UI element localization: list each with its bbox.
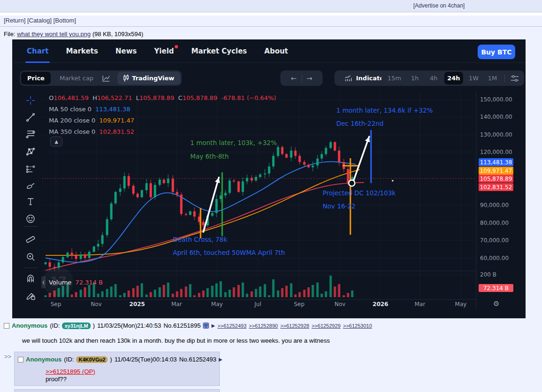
marketcap-toggle-option[interactable]: Market cap <box>54 72 100 85</box>
timeframe-selector: 15m1h4h24h1W1M <box>381 70 524 86</box>
line-chart-icon[interactable] <box>98 72 115 85</box>
reply-side-arrows: >> <box>4 353 11 360</box>
poster-device-icon <box>203 323 209 329</box>
price-toggle-option[interactable]: Price <box>21 72 51 85</box>
tab-yield[interactable]: Yield <box>154 47 174 55</box>
return-link[interactable]: [Return] <box>4 17 25 24</box>
tradingview-toggle-option[interactable]: TradingView <box>117 72 180 85</box>
x-axis-label: Nov <box>334 301 345 307</box>
buy-btc-button[interactable]: Buy BTC <box>478 45 515 59</box>
y-axis-label: 90,000.00 <box>480 202 509 208</box>
zoom-in-tool-icon[interactable] <box>24 251 37 263</box>
magnet-tool-icon[interactable] <box>24 273 37 285</box>
chart-annotation: April 6th, touched 50WMA April 7th <box>173 249 285 256</box>
file-info: File: what they wont tell you.png (98 KB… <box>4 31 143 38</box>
x-axis-label: Mar <box>415 301 426 307</box>
timeframe-15m[interactable]: 15m <box>385 72 404 85</box>
banner-gap <box>0 13 542 15</box>
x-axis-label: 2025 <box>129 301 145 307</box>
price-badge: 72.314 B <box>479 284 513 292</box>
chart-annotation: May 6th-8th <box>190 153 229 160</box>
timeframe-1W[interactable]: 1W <box>466 72 482 85</box>
file-link[interactable]: what they wont tell you.png <box>17 31 91 38</box>
notification-dot <box>175 45 178 48</box>
reply-post: Anonymous (ID: K4K0VGu2 ) 11/04/25(Tue)0… <box>14 352 220 386</box>
op-backlink[interactable]: >>61253010 <box>343 323 372 329</box>
timeframe-1M[interactable]: 1M <box>485 72 501 85</box>
tab-news[interactable]: News <box>116 47 137 55</box>
trendline-tool-icon[interactable] <box>24 111 37 123</box>
tab-about[interactable]: About <box>264 47 288 55</box>
op-id-close: ) <box>93 322 95 329</box>
reply-quotelink[interactable]: >>61251895 (OP) <box>46 368 95 375</box>
y-axis-label: 140,000.00 <box>480 114 512 120</box>
x-axis-label: May <box>211 301 223 307</box>
timeframe-24h[interactable]: 24h <box>444 72 463 85</box>
op-timestamp: 11/03/25(Mon)21:40:53 <box>97 322 161 329</box>
file-meta: (98 KB, 1093x594) <box>93 31 143 38</box>
lock-drawings-tool-icon[interactable] <box>24 290 37 302</box>
forward-arrow-icon[interactable]: → <box>307 74 313 83</box>
advertise-link[interactable]: [Advertise on 4chan] <box>413 2 465 9</box>
crosshair-tool-icon[interactable] <box>24 94 37 107</box>
candlestick-icon <box>124 75 129 82</box>
y-axis-label: 200 B <box>480 271 496 278</box>
reply-timestamp: 11/04/25(Tue)00:14:03 <box>115 356 177 363</box>
y-axis-label: 150,000.00 <box>480 96 512 103</box>
op-backlink[interactable]: >>61252929 <box>311 323 341 329</box>
chart-site-nav: ChartMarketsNewsYieldMarket CyclesAbout … <box>12 39 526 63</box>
fib-retracement-tool-icon[interactable] <box>24 128 37 140</box>
bottom-link[interactable]: [Bottom] <box>54 17 76 24</box>
timeframe-4h[interactable]: 4h <box>426 72 441 85</box>
reply-post-menu-arrow[interactable]: ▶ <box>219 357 223 362</box>
y-axis-label: 60,000.00 <box>480 255 509 261</box>
price-badge: 109,971.47 <box>479 167 513 175</box>
indicators-icon <box>345 75 352 81</box>
divider <box>0 26 542 27</box>
op-backlink[interactable]: >>61252493 <box>217 323 247 329</box>
x-axis-label: 2026 <box>372 301 388 307</box>
op-post-header: Anonymous (ID: xy31njLM ) 11/03/25(Mon)2… <box>4 322 372 329</box>
catalog-link[interactable]: [Catalog] <box>27 17 52 24</box>
chart-annotation: Nov 16-22 <box>323 202 356 210</box>
brush-tool-icon[interactable] <box>24 179 37 192</box>
op-id-label: (ID: <box>50 322 60 329</box>
thread-nav-links: [Return] [Catalog] [Bottom] <box>4 17 76 24</box>
reply-checkbox[interactable] <box>18 357 23 362</box>
chart-annotation: Death Cross, 78k <box>173 236 227 243</box>
divider <box>504 75 505 82</box>
xabcd-pattern-tool-icon[interactable] <box>24 146 37 158</box>
next-post-partial <box>14 389 220 392</box>
ruler-tool-icon[interactable] <box>24 232 37 244</box>
chart-type-toggle: TradingView <box>96 70 182 86</box>
timeframe-1h[interactable]: 1h <box>407 72 423 85</box>
tab-markets[interactable]: Markets <box>66 47 98 55</box>
op-backlink[interactable]: >>61252890 <box>249 323 278 329</box>
reply-comment: proof?? <box>46 376 67 383</box>
reply-post-number[interactable]: No.61252493 <box>179 356 216 363</box>
emoji-tool-icon[interactable] <box>24 213 37 225</box>
projection-tool-icon[interactable] <box>24 162 37 175</box>
op-poster-id-badge[interactable]: xy31njLM <box>62 323 90 329</box>
tab-market-cycles[interactable]: Market Cycles <box>191 47 247 55</box>
op-post-menu-arrow[interactable]: ▶ <box>211 323 215 328</box>
volume-legend: Volume72.314 B <box>49 279 103 286</box>
tradingview-label: TradingView <box>132 75 174 82</box>
reply-poster-id-badge[interactable]: K4K0VGu2 <box>76 356 108 363</box>
volume-label: Volume <box>49 279 71 286</box>
back-arrow-icon[interactable]: ← <box>291 74 297 83</box>
y-axis-label: 80,000.00 <box>480 220 509 226</box>
y-axis-label: 70,000.00 <box>480 237 509 244</box>
reply-post-header: Anonymous (ID: K4K0VGu2 ) 11/04/25(Tue)0… <box>18 356 222 363</box>
op-post-number[interactable]: No.61251895 <box>163 322 201 329</box>
op-checkbox[interactable] <box>4 323 9 329</box>
history-nav: ← → <box>280 70 323 86</box>
op-backlink[interactable]: >>61252928 <box>280 323 310 329</box>
text-tool-icon[interactable] <box>24 195 37 208</box>
tab-chart[interactable]: Chart <box>27 47 48 55</box>
x-axis-label: Sep <box>51 301 62 307</box>
chart-settings-sliders-icon[interactable] <box>511 75 519 82</box>
y-axis-label: 120,000.00 <box>480 149 512 155</box>
price-scale-settings-icon[interactable]: ⚙ <box>493 300 499 308</box>
file-label: File: <box>4 31 15 38</box>
